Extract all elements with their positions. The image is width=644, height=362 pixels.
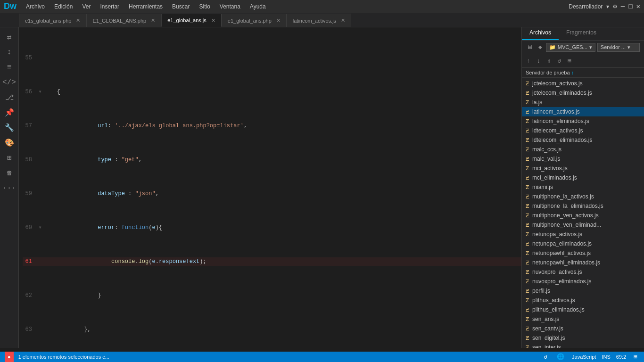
palette-icon[interactable]: 🎨 [1, 136, 17, 150]
file-js-icon: Ƶ [526, 81, 529, 87]
upload-icon[interactable]: ↑ [525, 57, 532, 66]
file-js-icon: Ƶ [526, 279, 529, 285]
tab-close-icon[interactable]: ✕ [211, 17, 215, 24]
position-indicator: 69:2 [616, 354, 626, 360]
tab-close-icon[interactable]: ✕ [151, 17, 155, 24]
pin-icon[interactable]: 📌 [1, 106, 17, 120]
refresh-icon[interactable]: ↺ [555, 56, 563, 66]
file-js-icon: Ƶ [526, 175, 529, 181]
menu-buscar[interactable]: Buscar [167, 2, 194, 11]
menu-insertar[interactable]: Insertar [95, 2, 124, 11]
folder-dropdown[interactable]: 📁 MVC_GES... ▾ [546, 43, 595, 52]
file-item[interactable]: Ƶmalc_val.js [522, 154, 644, 164]
tab-e1-global-ans-js[interactable]: e1_global_ans.js ✕ [161, 14, 222, 27]
menu-edicion[interactable]: Edición [50, 2, 77, 11]
menu-herramientas[interactable]: Herramientas [124, 2, 167, 11]
server-arrow-icon: ↑ [571, 70, 574, 75]
sync-icon[interactable]: ↕ [1, 45, 17, 59]
file-item[interactable]: Ƶldtelecom_eliminados.js [522, 135, 644, 145]
file-item[interactable]: Ƶsen_cantv.js [522, 324, 644, 333]
code-container: 55 56 { 57 url: '../ajax/els_global_ans.… [19, 27, 521, 348]
tab-latincom-activos-js[interactable]: latincom_activos.js ✕ [287, 14, 351, 27]
file-item[interactable]: Ƶmultiphone_la_eliminados.js [522, 201, 644, 211]
menu-archivo[interactable]: Archivo [21, 2, 50, 11]
file-js-icon: Ƶ [526, 109, 529, 115]
right-panel-toolbar2: ↑ ↓ ⇑ ↺ ⊞ [522, 54, 644, 68]
error-indicator[interactable]: ● [5, 352, 14, 362]
minimize-button[interactable]: ─ [621, 3, 625, 10]
file-name-label: mci_activos.js [532, 165, 568, 172]
layers-icon[interactable]: ≡ [1, 60, 17, 74]
server-label: Servidor ... [601, 44, 626, 50]
file-item[interactable]: Ƶjctelecom_activos.js [522, 79, 644, 88]
file-item[interactable]: Ƶldtelecom_activos.js [522, 126, 644, 135]
file-item[interactable]: Ƶmultiphone_la_activos.js [522, 192, 644, 201]
file-item[interactable]: Ƶlatincom_eliminados.js [522, 116, 644, 126]
file-js-icon: Ƶ [526, 307, 529, 313]
download-icon[interactable]: ↓ [535, 57, 543, 66]
file-item[interactable]: Ƶjctelecom_eliminados.js [522, 88, 644, 98]
file-item[interactable]: Ƶmultiphone_ven_activos.js [522, 211, 644, 220]
sync-up-icon[interactable]: ⇑ [545, 56, 553, 66]
tab-e1s-global-ans-php[interactable]: e1s_global_ans.php ✕ [19, 14, 86, 27]
file-name-label: mci_eliminados.js [532, 174, 577, 181]
maximize-button[interactable]: □ [628, 3, 632, 10]
status-globe-icon[interactable]: 🌐 [555, 352, 566, 362]
file-item[interactable]: Ƶnetunopa_activos.js [522, 230, 644, 239]
puzzle-icon[interactable]: ⊞ [1, 151, 17, 165]
file-item[interactable]: Ƶsen_ans.js [522, 314, 644, 324]
code-line-58: 58 type : "get", [23, 156, 521, 164]
file-item[interactable]: Ƶmci_activos.js [522, 164, 644, 173]
editor-area[interactable]: 55 56 { 57 url: '../ajax/els_global_ans.… [19, 27, 521, 348]
dev-arrow[interactable]: ▾ [606, 3, 609, 10]
file-item[interactable]: Ƶmci_eliminados.js [522, 173, 644, 182]
code-icon[interactable]: </> [1, 75, 17, 90]
file-item[interactable]: Ƶnetunopa_eliminados.js [522, 239, 644, 248]
fold-arrow[interactable] [37, 88, 43, 96]
tab-archivos[interactable]: Archivos [522, 27, 559, 40]
file-item[interactable]: Ƶnetunopawhl_eliminados.js [522, 258, 644, 267]
diamond-icon[interactable]: ◆ [537, 42, 544, 52]
tab-fragmentos[interactable]: Fragmentos [559, 27, 604, 40]
fold-arrow[interactable] [37, 223, 43, 232]
grid-icon[interactable]: ⊞ [566, 56, 573, 66]
file-item[interactable]: Ƶplithus_eliminados.js [522, 305, 644, 314]
file-item[interactable]: Ƶsen_inter.js [522, 343, 644, 348]
status-refresh-icon[interactable]: ↺ [542, 352, 549, 362]
file-item[interactable]: Ƶlatincom_activos.js [522, 107, 644, 116]
menu-ventana[interactable]: Ventana [215, 2, 245, 11]
language-indicator[interactable]: JavaScript [572, 354, 596, 360]
gear-icon[interactable]: ⚙ [613, 2, 617, 10]
dev-label: Desarrollador [569, 3, 603, 10]
file-item[interactable]: Ƶmultiphone_ven_eliminad... [522, 220, 644, 230]
menu-sitio[interactable]: Sitio [194, 2, 215, 11]
menu-ver[interactable]: Ver [77, 2, 95, 11]
file-item[interactable]: Ƶla.js [522, 98, 644, 107]
branch-icon[interactable]: ⎇ [1, 90, 17, 105]
tab-close-icon[interactable]: ✕ [76, 17, 80, 24]
tool-icon[interactable]: 🔧 [1, 121, 17, 135]
files-icon[interactable]: ⇄ [1, 30, 17, 44]
tab-close-icon[interactable]: ✕ [341, 17, 345, 24]
file-item[interactable]: Ƶsen_digitel.js [522, 333, 644, 343]
file-item[interactable]: Ƶperfil.js [522, 286, 644, 296]
tab-close-icon[interactable]: ✕ [276, 17, 281, 24]
more-icon[interactable]: ··· [1, 181, 17, 195]
monitor-icon[interactable]: 🖥 [525, 43, 535, 52]
zoom-icon[interactable]: ⊞ [632, 352, 639, 362]
file-js-icon: Ƶ [526, 156, 529, 162]
file-item[interactable]: Ƶnuvoxpro_activos.js [522, 267, 644, 277]
phone-icon[interactable]: ☎ [1, 166, 17, 180]
tab-e1-global-ans-php[interactable]: e1_global_ans.php ✕ [222, 14, 287, 27]
file-item[interactable]: Ƶplithus_activos.js [522, 296, 644, 305]
file-item[interactable]: Ƶmalc_ccs.js [522, 145, 644, 154]
tab-E1-GLOBAL-ANS-php[interactable]: E1_GLOBAL_ANS.php ✕ [86, 14, 161, 27]
file-item[interactable]: Ƶnetunopawhl_activos.js [522, 248, 644, 258]
menu-ayuda[interactable]: Ayuda [245, 2, 271, 11]
code-editor[interactable]: 55 56 { 57 url: '../ajax/els_global_ans.… [19, 27, 521, 348]
file-js-icon: Ƶ [526, 194, 529, 200]
file-item[interactable]: Ƶmiami.js [522, 182, 644, 192]
close-button[interactable]: ✕ [636, 2, 640, 10]
file-item[interactable]: Ƶnuvoxpro_eliminados.js [522, 277, 644, 286]
server-dropdown[interactable]: Servidor ... ▾ [597, 43, 640, 52]
